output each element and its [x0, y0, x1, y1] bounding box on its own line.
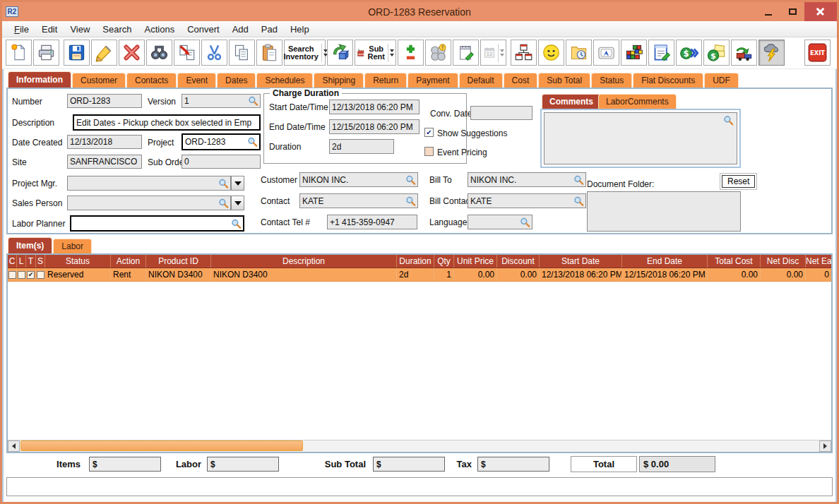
close-button[interactable] [804, 2, 837, 21]
horizontal-scrollbar[interactable] [8, 440, 831, 452]
quick-invoice-button[interactable]: $ [676, 40, 702, 66]
quick-action-button[interactable] [758, 40, 785, 66]
search-icon[interactable] [231, 218, 242, 229]
find-button[interactable] [146, 40, 172, 66]
language-field[interactable] [468, 215, 532, 229]
history-button[interactable] [566, 40, 592, 66]
col-unit-price[interactable]: Unit Price [454, 255, 497, 268]
menu-convert[interactable]: Convert [181, 23, 226, 36]
menu-edit[interactable]: Edit [35, 23, 64, 36]
save-button[interactable] [64, 40, 90, 66]
col-qty[interactable]: Qty [434, 255, 454, 268]
col-start-date[interactable]: Start Date [540, 255, 622, 268]
tab-labor-comments[interactable]: LaborComments [598, 94, 677, 109]
minimize-button[interactable] [756, 2, 780, 21]
order-tree-button[interactable] [511, 40, 537, 66]
group-items-button[interactable]: ? [425, 40, 451, 66]
project-mgr-field[interactable] [67, 176, 231, 191]
version-field[interactable]: 1 [182, 94, 261, 108]
shortcut-key-button[interactable] [593, 40, 619, 66]
row-check-c[interactable] [8, 271, 16, 279]
sales-person-dropdown[interactable] [231, 196, 244, 210]
tax-field[interactable]: $ [477, 457, 549, 472]
col-product-id[interactable]: Product ID [146, 255, 211, 268]
search-icon[interactable] [723, 115, 734, 126]
col-discount[interactable]: Discount [497, 255, 540, 268]
scroll-right-button[interactable] [819, 440, 831, 452]
menu-search[interactable]: Search [96, 23, 138, 36]
labor-total-field[interactable]: $ [207, 457, 279, 472]
search-icon[interactable] [573, 174, 584, 185]
document-folder-box[interactable] [587, 191, 741, 232]
menu-pad[interactable]: Pad [255, 23, 284, 36]
col-status[interactable]: Status [45, 255, 111, 268]
col-net-disc[interactable]: Net Disc [761, 255, 806, 268]
bill-to-field[interactable]: NIKON INC. [468, 172, 586, 187]
scrollbar-track[interactable] [20, 440, 819, 452]
customer-button[interactable] [538, 40, 564, 66]
print-button[interactable] [33, 40, 59, 66]
conv-date-field[interactable] [470, 106, 532, 120]
search-icon[interactable] [218, 198, 229, 208]
menu-add[interactable]: Add [226, 23, 255, 36]
menu-view[interactable]: View [64, 23, 96, 36]
paste-button[interactable] [256, 40, 282, 66]
tab-udf[interactable]: UDF [704, 73, 739, 88]
description-field[interactable]: Edit Dates - Pickup check box selected i… [73, 114, 261, 131]
tab-flat-discounts[interactable]: Flat Discounts [633, 73, 703, 88]
event-pricing-checkbox[interactable] [424, 147, 434, 156]
calendar-button[interactable]: 12 [480, 40, 506, 66]
exit-button[interactable]: EXIT [804, 40, 831, 66]
sales-person-field[interactable] [67, 196, 231, 210]
delete-button[interactable] [119, 40, 145, 66]
col-s[interactable]: S [36, 255, 45, 268]
convert-button[interactable] [327, 40, 353, 66]
menu-help[interactable]: Help [284, 23, 316, 36]
scrollbar-thumb[interactable] [20, 440, 303, 451]
menu-actions[interactable]: Actions [138, 23, 182, 36]
delivery-truck-button[interactable] [731, 40, 757, 66]
edit-document-button[interactable] [648, 40, 674, 66]
number-field[interactable]: ORD-1283 [67, 94, 142, 108]
sub-rent-button[interactable]: Sub Rent [355, 40, 396, 66]
col-t[interactable]: T [26, 255, 36, 268]
row-check-s[interactable] [37, 271, 44, 279]
show-suggestions-checkbox[interactable] [424, 128, 434, 137]
cut-button[interactable] [201, 40, 227, 66]
table-row[interactable]: Reserved Rent NIKON D3400 NIKON D3400 2d… [8, 268, 831, 282]
calendar-dropdown[interactable] [498, 44, 504, 62]
tab-return[interactable]: Return [364, 73, 407, 88]
tab-information[interactable]: Information [8, 71, 71, 88]
edit-button[interactable] [91, 40, 117, 66]
tab-status[interactable]: Status [591, 73, 632, 88]
contact-tel-field[interactable]: +1 415-359-0947 [327, 215, 417, 229]
search-icon[interactable] [218, 178, 229, 188]
tab-dates[interactable]: Dates [217, 73, 256, 88]
billing-notes-button[interactable]: $ [703, 40, 730, 66]
tab-items[interactable]: Item(s) [8, 237, 52, 253]
site-field[interactable]: SANFRANCISCO [67, 155, 142, 169]
search-icon[interactable] [248, 96, 258, 107]
search-icon[interactable] [405, 174, 416, 185]
copy-button[interactable] [229, 40, 255, 66]
reset-button[interactable]: Reset [722, 175, 755, 188]
inventory-cubes-button[interactable] [621, 40, 647, 66]
sub-orders-field[interactable]: 0 [182, 155, 261, 169]
search-icon[interactable] [573, 196, 584, 206]
items-total-field[interactable]: $ [89, 457, 161, 472]
col-duration[interactable]: Duration [397, 255, 434, 268]
tab-default[interactable]: Default [459, 73, 503, 88]
tab-labor[interactable]: Labor [53, 239, 92, 253]
search-icon[interactable] [405, 196, 416, 206]
tab-customer[interactable]: Customer [72, 73, 126, 88]
col-end-date[interactable]: End Date [622, 255, 708, 268]
row-check-t[interactable] [27, 271, 35, 279]
search-icon[interactable] [247, 137, 258, 148]
end-datetime-field[interactable]: 12/15/2018 06:20 PM [329, 119, 420, 134]
add-remove-button[interactable] [398, 40, 424, 66]
tab-event[interactable]: Event [177, 73, 216, 88]
search-inventory-button[interactable]: SearchInventory [284, 40, 326, 66]
contact-field[interactable]: KATE [299, 193, 418, 208]
start-datetime-field[interactable]: 12/13/2018 06:20 PM [329, 100, 420, 114]
bill-contact-field[interactable]: KATE [468, 193, 586, 208]
